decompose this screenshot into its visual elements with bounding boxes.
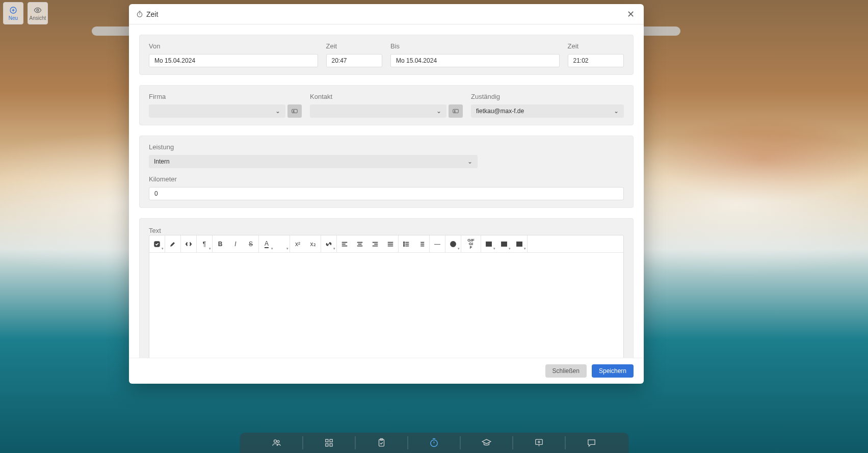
superscript-tool[interactable]: x² [290, 235, 305, 252]
paragraph-tool[interactable]: ¶ [197, 235, 212, 252]
kontakt-card-button[interactable] [449, 104, 463, 118]
editor-toolbar: ¶ B I S A x² x₂ [149, 235, 623, 253]
svg-point-35 [454, 243, 454, 244]
text-section: Text ¶ B I [139, 218, 634, 358]
rich-text-editor: ¶ B I S A x² x₂ [149, 235, 624, 358]
dock-education[interactable] [468, 438, 504, 448]
table2-tool[interactable] [496, 235, 512, 252]
leistung-select[interactable]: Intern⌄ [149, 155, 478, 168]
align-right-icon [372, 241, 379, 248]
kontakt-label: Kontakt [310, 93, 463, 100]
subscript-tool[interactable]: x₂ [305, 235, 321, 252]
kilometer-label: Kilometer [149, 175, 624, 183]
chevron-down-icon: ⌄ [614, 108, 619, 115]
firma-card-button[interactable] [287, 104, 302, 118]
align-center-icon [356, 241, 363, 248]
table-icon [501, 241, 508, 248]
code-tool[interactable] [181, 235, 196, 252]
view-button[interactable]: Ansicht [28, 2, 48, 24]
kontakt-select[interactable]: ⌄ [310, 104, 446, 118]
svg-point-3 [37, 9, 39, 11]
time-modal: Zeit ✕ Von Mo 15.04.2024 Zeit 20:47 Bis … [129, 4, 644, 384]
pilcrow-icon: ¶ [203, 241, 206, 248]
emoji-tool[interactable] [445, 235, 461, 252]
svg-point-24 [404, 242, 405, 243]
strike-tool[interactable]: S [243, 235, 258, 252]
italic-tool[interactable]: I [228, 235, 243, 252]
highlight-tool[interactable] [165, 235, 180, 252]
svg-point-28 [404, 245, 405, 246]
modal-header: Zeit ✕ [129, 4, 644, 24]
dock-apps[interactable] [311, 438, 347, 448]
time-section: Von Mo 15.04.2024 Zeit 20:47 Bis Mo 15.0… [139, 35, 634, 75]
minus-icon: — [434, 241, 440, 248]
zeit-from-input[interactable]: 20:47 [326, 54, 383, 67]
modal-footer: Schließen Speichern [129, 358, 644, 384]
chevron-down-icon: ⌄ [467, 158, 472, 165]
close-button[interactable]: Schließen [545, 364, 587, 378]
clipboard-icon [377, 438, 387, 448]
view-button-label: Ansicht [30, 15, 46, 21]
subscript-icon: x₂ [310, 241, 316, 248]
checkbox-icon [153, 241, 161, 248]
dock-separator [512, 436, 513, 449]
zeit-to-input[interactable]: 21:02 [568, 54, 624, 67]
id-card-icon [452, 108, 459, 115]
table1-tool[interactable] [481, 235, 496, 252]
zeit-from-label: Zeit [326, 42, 383, 50]
font-color-tool[interactable]: A [259, 235, 274, 252]
von-date-input[interactable]: Mo 15.04.2024 [149, 54, 318, 67]
align-left-icon [341, 241, 348, 248]
editor-textarea[interactable] [149, 253, 623, 358]
chevron-down-icon: ⌄ [275, 108, 280, 115]
zustaendig-select[interactable]: fietkau@max-f.de⌄ [471, 104, 624, 118]
hr-tool[interactable]: — [430, 235, 445, 252]
svg-rect-7 [292, 110, 298, 113]
party-section: Firma ⌄ Kontakt ⌄ Zuständig fietkau@max- [139, 85, 634, 125]
svg-point-48 [274, 440, 277, 442]
firma-select[interactable]: ⌄ [149, 104, 285, 118]
superscript-icon: x² [295, 241, 300, 248]
list-ordered-icon [418, 241, 425, 248]
presentation-icon [534, 438, 544, 448]
dock-separator [565, 436, 565, 449]
save-button[interactable]: Speichern [592, 364, 634, 378]
dock-chat[interactable] [573, 438, 609, 448]
link-tool[interactable] [321, 235, 336, 252]
new-button-label: Neu [9, 15, 18, 21]
table-icon [485, 241, 492, 248]
svg-rect-39 [502, 242, 507, 246]
align-justify-icon [387, 241, 394, 248]
ordered-list-tool[interactable] [414, 235, 429, 252]
svg-rect-59 [536, 439, 542, 444]
font-family-tool[interactable] [274, 235, 290, 252]
dock-present[interactable] [521, 438, 557, 448]
kilometer-input[interactable]: 0 [149, 187, 624, 200]
chat-icon [586, 438, 596, 448]
new-button[interactable]: Neu [3, 2, 23, 24]
bullet-list-tool[interactable] [399, 235, 414, 252]
dock-time[interactable] [416, 438, 452, 448]
table3-tool[interactable] [512, 235, 527, 252]
dock-separator [408, 436, 408, 449]
bold-tool[interactable]: B [213, 235, 228, 252]
bis-date-input[interactable]: Mo 15.04.2024 [390, 54, 560, 67]
align-right-tool[interactable] [367, 235, 383, 252]
dock-separator [303, 436, 303, 449]
highlighter-icon [169, 241, 176, 248]
close-icon[interactable]: ✕ [625, 7, 637, 22]
dock-contacts[interactable] [259, 438, 295, 448]
svg-rect-50 [326, 439, 328, 442]
align-justify-tool[interactable] [383, 235, 398, 252]
plus-circle-icon [9, 6, 17, 14]
dock-separator [355, 436, 356, 449]
svg-point-26 [404, 244, 405, 245]
checkbox-tool[interactable] [149, 235, 165, 252]
dock-tasks[interactable] [364, 438, 400, 448]
gif-tool[interactable]: GIFGIF [461, 235, 481, 252]
smile-icon [450, 241, 457, 248]
align-left-tool[interactable] [337, 235, 352, 252]
svg-rect-51 [330, 439, 332, 442]
align-center-tool[interactable] [352, 235, 367, 252]
svg-point-8 [293, 110, 294, 111]
